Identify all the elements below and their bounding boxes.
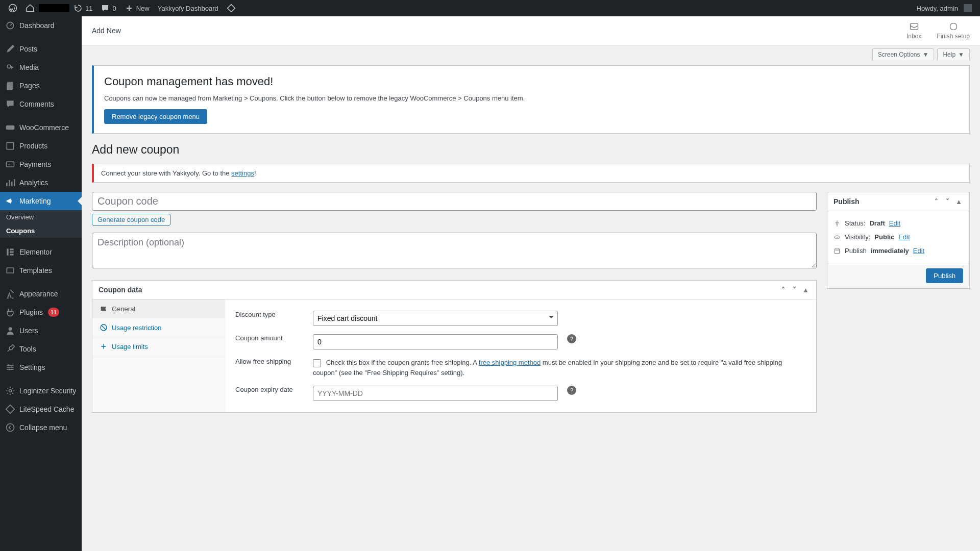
help-icon[interactable]: ? [567, 386, 576, 395]
menu-dashboard[interactable]: Dashboard [0, 16, 82, 35]
panel-toggle-icon[interactable]: ▴ [801, 286, 810, 294]
admin-sidebar: Dashboard Posts Media Pages Comments Woo… [0, 16, 82, 551]
eye-icon [834, 234, 841, 241]
help-icon[interactable]: ? [567, 334, 576, 343]
pin-icon [834, 220, 841, 227]
coupon-data-tabs: General Usage restriction Usage limits [92, 299, 225, 412]
site-home[interactable] [21, 0, 39, 16]
coupon-code-input[interactable] [92, 192, 817, 211]
finish-setup-button[interactable]: Finish setup [937, 21, 970, 40]
menu-templates[interactable]: Templates [0, 261, 82, 280]
edit-status-link[interactable]: Edit [889, 219, 900, 227]
menu-posts[interactable]: Posts [0, 40, 82, 58]
yakkyofy-icon[interactable] [223, 0, 240, 16]
calendar-icon [834, 247, 841, 255]
menu-analytics[interactable]: Analytics [0, 173, 82, 192]
panel-down-icon[interactable]: ˅ [943, 197, 952, 206]
coupon-data-metabox: Coupon data ˄ ˅ ▴ General Usage restrict… [92, 280, 817, 413]
publish-button[interactable]: Publish [926, 268, 963, 283]
edit-visibility-link[interactable]: Edit [898, 233, 910, 241]
comments-link[interactable]: 0 [96, 0, 120, 16]
discount-type-label: Discount type [235, 311, 307, 318]
publish-metabox: Publish ˄ ˅ ▴ Status: Draft Edit [827, 192, 970, 289]
visibility-row: Visibility: Public Edit [834, 230, 963, 244]
tab-usage-limits[interactable]: Usage limits [92, 337, 225, 356]
svg-rect-5 [7, 83, 12, 90]
svg-point-14 [9, 390, 12, 392]
description-textarea[interactable] [92, 233, 817, 268]
page-action-title: Add New [92, 27, 121, 35]
updates-link[interactable]: 11 [69, 0, 96, 16]
yakkyofy-dashboard-link[interactable]: Yakkyofy Dashboard [154, 0, 223, 16]
svg-point-13 [9, 327, 12, 331]
comments-count: 0 [112, 5, 116, 12]
inbox-button[interactable]: Inbox [906, 21, 921, 40]
account-menu[interactable]: Howdy, admin [913, 0, 976, 16]
coupon-amount-input[interactable] [313, 334, 558, 349]
updates-count: 11 [85, 5, 92, 12]
panel-up-icon[interactable]: ˄ [932, 197, 941, 206]
svg-point-3 [7, 65, 11, 68]
plugins-badge: 11 [48, 308, 59, 317]
remove-legacy-button[interactable]: Remove legacy coupon menu [104, 109, 207, 124]
menu-payments[interactable]: Payments [0, 155, 82, 173]
svg-rect-6 [6, 126, 15, 130]
menu-woocommerce[interactable]: WooCommerce [0, 118, 82, 137]
free-shipping-label: Allow free shipping [235, 358, 307, 365]
panel-up-icon[interactable]: ˄ [778, 286, 788, 294]
help-tab[interactable]: Help ▼ [937, 48, 970, 60]
screen-options-tab[interactable]: Screen Options ▼ [872, 48, 935, 60]
free-shipping-checkbox[interactable] [313, 359, 321, 367]
svg-rect-11 [10, 251, 13, 253]
menu-loginizer[interactable]: Loginizer Security [0, 382, 82, 400]
screen-meta-tabs: Screen Options ▼ Help ▼ [82, 45, 980, 60]
menu-comments[interactable]: Comments [0, 95, 82, 113]
menu-appearance[interactable]: Appearance [0, 285, 82, 303]
wp-logo[interactable] [4, 0, 21, 16]
svg-rect-8 [7, 162, 14, 167]
svg-point-18 [950, 23, 957, 30]
svg-rect-15 [6, 405, 14, 413]
menu-products[interactable]: Products [0, 137, 82, 155]
coupon-data-title: Coupon data [99, 286, 142, 294]
menu-media[interactable]: Media [0, 58, 82, 77]
generate-code-button[interactable]: Generate coupon code [92, 214, 170, 226]
edit-schedule-link[interactable]: Edit [913, 247, 924, 255]
free-shipping-link[interactable]: free shipping method [479, 359, 541, 366]
menu-users[interactable]: Users [0, 321, 82, 340]
svg-rect-12 [10, 254, 13, 255]
menu-tools[interactable]: Tools [0, 340, 82, 358]
svg-rect-7 [7, 142, 13, 149]
menu-plugins[interactable]: Plugins11 [0, 303, 82, 321]
submenu-marketing: Overview Coupons [0, 210, 82, 238]
page-title: Add new coupon [92, 143, 970, 157]
menu-pages[interactable]: Pages [0, 77, 82, 95]
menu-settings[interactable]: Settings [0, 358, 82, 377]
svg-rect-1 [227, 5, 235, 12]
menu-elementor[interactable]: Elementor [0, 243, 82, 261]
tab-general[interactable]: General [92, 299, 225, 318]
panel-toggle-icon[interactable]: ▴ [954, 197, 963, 206]
panel-down-icon[interactable]: ˅ [790, 286, 799, 294]
svg-rect-9 [7, 248, 8, 255]
notice-title: Coupon management has moved! [104, 75, 959, 88]
moved-notice: Coupon management has moved! Coupons can… [92, 65, 970, 134]
new-content[interactable]: New [120, 0, 154, 16]
menu-collapse[interactable]: Collapse menu [0, 418, 82, 437]
yakkyofy-alert: Connect your store with Yakkyofy. Go to … [92, 164, 970, 183]
menu-litespeed[interactable]: LiteSpeed Cache [0, 400, 82, 418]
submenu-coupons[interactable]: Coupons [0, 224, 82, 238]
svg-rect-10 [10, 248, 13, 250]
svg-point-16 [7, 424, 14, 432]
menu-marketing[interactable]: Marketing [0, 192, 82, 210]
site-name-redacted[interactable] [39, 4, 69, 12]
coupon-amount-label: Coupon amount [235, 334, 307, 342]
tab-usage-restriction[interactable]: Usage restriction [92, 318, 225, 337]
settings-link[interactable]: settings [231, 169, 254, 177]
svg-point-21 [837, 236, 838, 237]
expiry-label: Coupon expiry date [235, 386, 307, 393]
discount-type-select[interactable]: Fixed cart discount [313, 311, 558, 326]
submenu-overview[interactable]: Overview [0, 210, 82, 224]
expiry-input[interactable] [313, 386, 558, 401]
svg-rect-22 [835, 248, 839, 253]
